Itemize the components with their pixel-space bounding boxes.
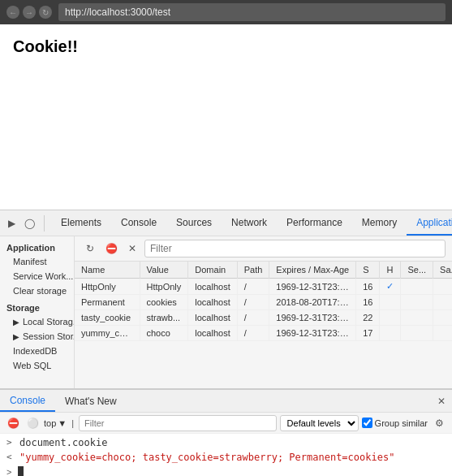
table-cell: 1969-12-31T23:5...	[269, 310, 356, 326]
devtools-main-panel: ↻ ⛔ ✕ Name Value Domain Path Expires / M…	[75, 236, 452, 388]
table-cell	[433, 295, 452, 310]
col-expires: Expires / Max-Age	[269, 262, 356, 279]
storage-section-label: Storage	[0, 298, 74, 314]
tab-sources[interactable]: Sources	[166, 210, 222, 236]
close-bottom-panel-button[interactable]: ✕	[431, 390, 452, 412]
console-gear-icon[interactable]: ⚙	[431, 415, 447, 431]
tab-memory[interactable]: Memory	[352, 210, 407, 236]
group-similar-checkbox[interactable]	[362, 418, 372, 428]
service-worker-label: Service Work...	[13, 271, 73, 281]
filter-input[interactable]	[144, 240, 446, 257]
context-chevron-icon: ▼	[58, 418, 67, 428]
tab-application[interactable]: Application	[407, 210, 452, 236]
forward-button[interactable]: →	[23, 6, 36, 19]
address-bar[interactable]: http://localhost:3000/test	[58, 3, 446, 21]
console-active-input[interactable]: >	[0, 465, 452, 476]
table-row[interactable]: tasty_cookiestrawb...localhost/1969-12-3…	[75, 310, 452, 326]
table-cell	[401, 326, 433, 341]
table-row[interactable]: HttpOnlyHttpOnlylocalhost/1969-12-31T23:…	[75, 279, 452, 295]
col-name: Name	[75, 262, 140, 279]
sidebar-item-indexeddb[interactable]: IndexedDB	[0, 344, 74, 358]
table-cell: localhost	[188, 326, 237, 341]
console-input-line-1: > document.cookie	[0, 435, 452, 450]
table-cell: yummy_cookie	[75, 326, 140, 341]
sidebar-item-session-storage[interactable]: ▶ Session Stor...	[0, 329, 74, 344]
clear-storage-label: Clear storage	[13, 286, 67, 296]
tab-performance[interactable]: Performance	[277, 210, 352, 236]
table-header-row: Name Value Domain Path Expires / Max-Age…	[75, 262, 452, 279]
table-cell: /	[237, 326, 269, 341]
expand-icon: ▶	[13, 332, 19, 341]
table-cell: strawb...	[140, 310, 188, 326]
page-heading: Cookie!!	[13, 37, 78, 55]
console-filter-input[interactable]	[79, 415, 277, 431]
table-cell: localhost	[188, 279, 237, 295]
expand-icon: ▶	[13, 318, 19, 327]
table-cell: choco	[140, 326, 188, 341]
web-sql-label: Web SQL	[13, 361, 52, 370]
bottom-tab-console[interactable]: Console	[0, 390, 55, 412]
url-text: http://localhost:3000/test	[65, 6, 170, 18]
inspect-icon[interactable]: ▶	[3, 215, 19, 232]
tab-network[interactable]: Network	[222, 210, 277, 236]
back-button[interactable]: ←	[6, 6, 19, 19]
table-cell: 1969-12-31T23:5...	[269, 279, 356, 295]
cookies-toolbar: ↻ ⛔ ✕	[75, 236, 452, 262]
table-cell: Permanent	[75, 295, 140, 310]
devtools-topbar: ▶ ◯ Elements Console Sources Network Per…	[0, 210, 452, 236]
devtools-tabs: Elements Console Sources Network Perform…	[51, 210, 452, 236]
table-cell: cookies	[140, 295, 188, 310]
device-icon[interactable]: ◯	[21, 215, 37, 232]
table-cell: 16	[356, 279, 380, 295]
table-row[interactable]: yummy_cookiechocolocalhost/1969-12-31T23…	[75, 326, 452, 341]
context-divider: |	[71, 418, 74, 428]
table-cell: /	[237, 295, 269, 310]
sidebar-item-web-sql[interactable]: Web SQL	[0, 358, 74, 373]
table-cell	[401, 310, 433, 326]
console-command-1: document.cookie	[19, 437, 107, 448]
session-storage-label: Session Stor...	[23, 331, 74, 341]
console-level-select[interactable]: Default levels	[280, 415, 359, 431]
sidebar-item-service-worker[interactable]: Service Work...	[0, 269, 74, 283]
table-cell: 17	[356, 326, 380, 341]
col-h: H	[380, 262, 401, 279]
console-toolbar: ⛔ ⚪ top ▼ | Default levels Group similar…	[0, 413, 452, 434]
sidebar-item-manifest[interactable]: Manifest	[0, 254, 74, 269]
table-cell	[401, 279, 433, 295]
context-selector[interactable]: top ▼	[44, 418, 67, 428]
tab-elements[interactable]: Elements	[51, 210, 111, 236]
table-cell: HttpOnly	[140, 279, 188, 295]
table-cell: ✓	[380, 279, 401, 295]
page-content: Cookie!!	[0, 24, 452, 210]
table-row[interactable]: Permanentcookieslocalhost/2018-08-20T17:…	[75, 295, 452, 310]
tab-console[interactable]: Console	[111, 210, 166, 236]
col-se: Se...	[401, 262, 433, 279]
reload-button[interactable]: ↻	[39, 6, 52, 19]
table-cell: localhost	[188, 295, 237, 310]
devtools-body: Application Manifest Service Work... Cle…	[0, 236, 452, 388]
table-cell: /	[237, 279, 269, 295]
bottom-panel: Console What's New ✕ ⛔ ⚪ top ▼ | Default…	[0, 388, 452, 476]
table-cell: 22	[356, 310, 380, 326]
table-cell: 16	[356, 295, 380, 310]
table-cell: localhost	[188, 310, 237, 326]
input-prompt: >	[6, 467, 15, 476]
bottom-tab-whats-new[interactable]: What's New	[55, 390, 127, 412]
browser-controls: ← → ↻	[6, 6, 52, 19]
table-cell	[433, 326, 452, 341]
table-cell	[433, 279, 452, 295]
sidebar-item-clear-storage[interactable]: Clear storage	[0, 283, 74, 298]
clear-console-icon[interactable]: ⛔	[5, 415, 21, 431]
table-cell: 1969-12-31T23:5...	[269, 326, 356, 341]
group-similar-label[interactable]: Group similar	[362, 418, 428, 428]
result-arrow: <	[6, 452, 15, 462]
clear-button[interactable]: ⛔	[102, 240, 120, 257]
sidebar-item-local-storage[interactable]: ▶ Local Storag...	[0, 314, 74, 329]
console-cursor	[18, 466, 24, 476]
bottom-panel-tabs: Console What's New ✕	[0, 390, 452, 413]
console-settings-icon[interactable]: ⚪	[24, 415, 41, 431]
delete-button[interactable]: ✕	[123, 240, 141, 257]
manifest-label: Manifest	[13, 257, 47, 266]
refresh-button[interactable]: ↻	[81, 240, 99, 257]
devtools-icon-group: ▶ ◯	[3, 215, 45, 232]
